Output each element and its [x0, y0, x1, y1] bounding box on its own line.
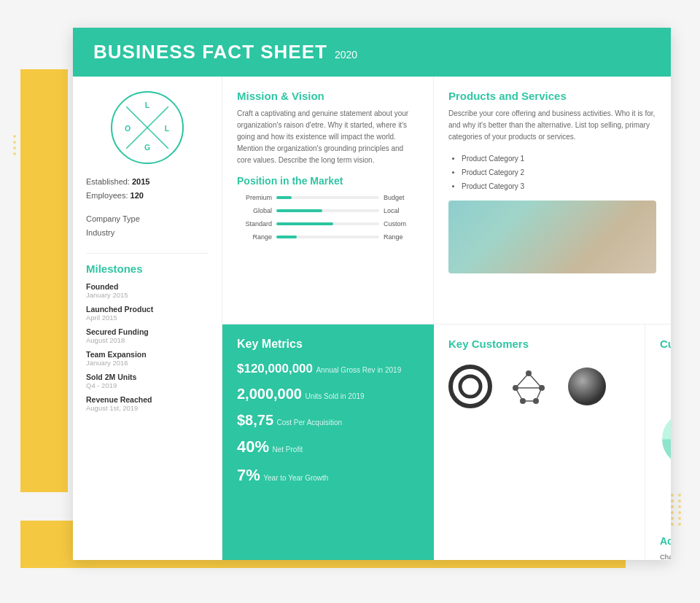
position-title: Position in the Market: [237, 175, 419, 187]
customers-column: Key Customers: [434, 324, 645, 560]
metric-label-0: Annual Gross Rev in 2019: [316, 366, 401, 374]
slider-fill-2: [276, 222, 333, 225]
milestone-item: Secured Funding August 2018: [86, 327, 209, 344]
metric-item-3: 40% Net Profit: [237, 437, 419, 458]
product-list: Product Category 1 Product Category 2 Pr…: [448, 152, 656, 193]
channel-label-0: Channel 1: [660, 553, 671, 560]
milestone-label-0: Founded: [86, 282, 209, 291]
company-info: Established: 2015 Employees: 120: [86, 175, 209, 202]
metrics-title: Key Metrics: [237, 338, 419, 351]
right-content: Mission & Vision Craft a captivating and…: [222, 77, 671, 560]
mission-column: Mission & Vision Craft a captivating and…: [222, 77, 434, 324]
employees-value: 120: [131, 191, 144, 200]
slider-label-standard: Standard: [237, 220, 272, 227]
slider-track-1: [276, 209, 379, 212]
svg-line-15: [516, 388, 523, 401]
slider-fill-3: [276, 236, 297, 238]
metric-value-4: 7%: [237, 466, 260, 484]
slider-label-local: Local: [384, 207, 419, 214]
milestone-label-3: Team Expansion: [86, 350, 209, 359]
metrics-column: Key Metrics $120,000,000 Annual Gross Re…: [222, 324, 434, 560]
metric-label-1: Units Sold in 2019: [305, 392, 364, 400]
header-year: 2020: [335, 49, 357, 61]
company-type: Company Type Industry: [86, 212, 209, 239]
logo-circle: L O L G: [111, 91, 184, 164]
metric-label-2: Cost Per Acquisition: [277, 419, 343, 427]
slider-row-3: Range Range: [237, 233, 419, 241]
metric-label-4: Year to Year Growth: [263, 474, 328, 482]
products-title: Products and Services: [448, 90, 656, 102]
product-image: [448, 201, 656, 273]
svg-text:L: L: [165, 124, 170, 133]
milestone-label-4: Sold 2M Units: [86, 373, 209, 381]
slider-label-custom: Custom: [384, 220, 419, 227]
mission-text: Craft a captivating and genuine statemen…: [237, 108, 419, 166]
employees-label: Employees:: [86, 191, 128, 200]
products-column: Products and Services Describe your core…: [434, 77, 671, 324]
milestone-date-0: January 2015: [86, 291, 209, 299]
milestone-date-5: August 1st, 2019: [86, 404, 209, 412]
svg-point-7: [460, 376, 481, 397]
segments-column: Customer Segments: [645, 324, 671, 560]
donut-container: 25% Segment 1 25% Segment 2 25% Segment …: [660, 356, 671, 522]
slider-label-range-left: Range: [237, 233, 272, 241]
customer-icon-svg-3: [565, 365, 609, 408]
logo-svg: L O L G: [112, 91, 182, 164]
milestones-section: Milestones Founded January 2015 Launched…: [86, 253, 209, 412]
slider-row-1: Global Local: [237, 207, 419, 214]
slider-label-premium: Premium: [237, 194, 272, 201]
main-card: BUSINESS FACT SHEET 2020 L O L G: [73, 28, 671, 560]
milestone-date-2: August 2018: [86, 336, 209, 344]
svg-point-6: [451, 367, 490, 406]
milestone-item: Revenue Reached August 1st, 2019: [86, 395, 209, 412]
top-section: Mission & Vision Craft a captivating and…: [222, 77, 671, 324]
acquisition-title: Acquisition Channels: [660, 535, 671, 547]
channel-row-0: Channel 1: [660, 553, 671, 560]
svg-text:L: L: [145, 101, 150, 109]
metric-value-3: 40%: [237, 437, 269, 456]
milestone-date-1: April 2015: [86, 314, 209, 322]
donut-chart: [660, 410, 671, 468]
milestone-item: Sold 2M Units Q4 - 2019: [86, 373, 209, 389]
milestone-date-4: Q4 - 2019: [86, 381, 209, 389]
established-value: 2015: [132, 177, 149, 186]
product-image-inner: [448, 201, 656, 273]
slider-label-budget: Budget: [384, 194, 419, 201]
svg-line-16: [536, 388, 542, 401]
product-category-1: Product Category 1: [462, 152, 656, 166]
slider-track-0: [276, 196, 379, 199]
customer-logo-2: [507, 365, 551, 411]
milestone-label-2: Secured Funding: [86, 327, 209, 336]
svg-line-14: [529, 373, 542, 388]
customer-icon-svg-1: [448, 365, 492, 408]
segments-title: Customer Segments: [660, 338, 671, 350]
slider-fill-1: [276, 209, 322, 212]
milestone-item: Launched Product April 2015: [86, 305, 209, 322]
body-content: L O L G Established: 2015 Employees: 120…: [73, 77, 671, 560]
milestone-date-3: January 2016: [86, 359, 209, 367]
product-category-3: Product Category 3: [462, 179, 656, 193]
customers-title: Key Customers: [448, 338, 630, 350]
customer-icons: [448, 365, 630, 411]
dots-top-left: [13, 135, 50, 208]
metric-label-3: Net Profit: [273, 446, 303, 454]
established-label: Established:: [86, 177, 130, 186]
product-category-2: Product Category 2: [462, 166, 656, 179]
slider-track-2: [276, 222, 379, 225]
metric-value-0: $120,000,000: [237, 362, 313, 376]
svg-point-19: [568, 367, 606, 405]
slider-track-3: [276, 236, 379, 238]
slider-row-0: Premium Budget: [237, 194, 419, 201]
mission-title: Mission & Vision: [237, 90, 419, 102]
milestone-label-5: Revenue Reached: [86, 395, 209, 404]
milestones-title: Milestones: [86, 262, 209, 275]
metric-value-2: $8,75: [237, 412, 273, 428]
metric-item-2: $8,75 Cost Per Acquisition: [237, 411, 419, 429]
header: BUSINESS FACT SHEET 2020: [73, 28, 671, 77]
slider-row-2: Standard Custom: [237, 220, 419, 227]
customer-icon-svg-2: [507, 365, 551, 408]
milestone-label-1: Launched Product: [86, 305, 209, 314]
milestone-item: Team Expansion January 2016: [86, 350, 209, 367]
svg-line-13: [516, 373, 529, 388]
left-column: L O L G Established: 2015 Employees: 120…: [73, 77, 222, 560]
